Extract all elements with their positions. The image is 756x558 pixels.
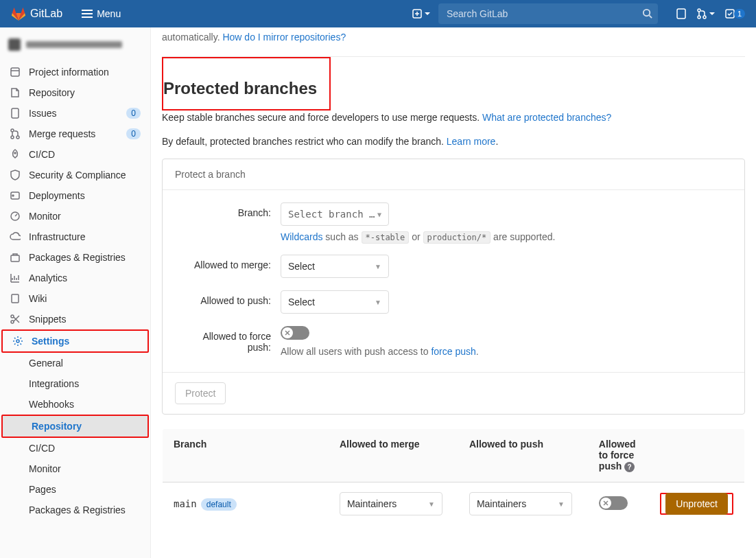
svg-rect-15: [12, 108, 19, 118]
nav-label: Security & Compliance: [29, 170, 126, 181]
force-push-link[interactable]: force push: [431, 346, 475, 357]
nav-label: Infrastructure: [29, 231, 85, 242]
create-dropdown[interactable]: [412, 9, 430, 19]
plus-icon: [412, 9, 422, 19]
mirror-link[interactable]: How do I mirror repositories?: [222, 32, 346, 43]
package-icon: [10, 252, 21, 263]
row-merge-select[interactable]: Maintainers▼: [340, 492, 442, 515]
sidebar-item-project-info[interactable]: Project information: [0, 62, 150, 82]
sidebar-sub-pages[interactable]: Pages: [0, 479, 150, 500]
sidebar-item-monitor[interactable]: Monitor: [0, 206, 150, 226]
branch-name: main: [174, 498, 197, 509]
card-header: Protect a branch: [163, 159, 744, 190]
sidebar-item-settings[interactable]: Settings: [3, 331, 147, 351]
learn-more-link[interactable]: Learn more: [447, 136, 496, 147]
nav-label: Monitor: [29, 211, 61, 222]
x-icon: [603, 500, 609, 506]
sidebar-sub-monitor[interactable]: Monitor: [0, 458, 150, 479]
nav-label: Settings: [32, 336, 69, 347]
unprotect-button[interactable]: Unprotect: [665, 493, 728, 515]
help-icon[interactable]: ?: [624, 462, 635, 472]
prev-section-tail: automatically. How do I mirror repositor…: [162, 27, 745, 57]
svg-point-16: [11, 129, 14, 132]
svg-line-7: [649, 15, 652, 18]
nav-label: Repository: [29, 87, 75, 98]
nav-label: Integrations: [29, 378, 79, 389]
row-push-select[interactable]: Maintainers▼: [469, 492, 572, 515]
svg-rect-0: [82, 10, 93, 11]
toggle-knob: [600, 498, 611, 509]
svg-point-10: [698, 16, 700, 19]
sidebar-sub-repository[interactable]: Repository: [3, 416, 147, 437]
project-header-blurred[interactable]: [8, 36, 142, 54]
nav-label: Project information: [29, 67, 109, 78]
chevron-down-icon: [425, 11, 430, 16]
protected-branches-link[interactable]: What are protected branches?: [482, 112, 611, 123]
rocket-icon: [10, 149, 21, 160]
shield-icon: [10, 170, 21, 181]
chart-icon: [10, 272, 21, 283]
sidebar-sub-general[interactable]: General: [0, 353, 150, 373]
scissors-icon: [10, 314, 21, 325]
nav-label: General: [29, 358, 63, 369]
allowed-merge-select[interactable]: Select▼: [281, 255, 389, 278]
default-badge: default: [201, 498, 237, 511]
sidebar-item-deployments[interactable]: Deployments: [0, 185, 150, 206]
merge-requests-link[interactable]: [696, 8, 715, 19]
nav-label: Packages & Registries: [29, 504, 126, 515]
gitlab-logo[interactable]: GitLab: [11, 6, 62, 21]
sidebar-sub-packages[interactable]: Packages & Registries: [0, 500, 150, 520]
force-push-toggle[interactable]: [281, 326, 309, 340]
chevron-down-icon: [709, 11, 715, 16]
todos-link[interactable]: 1: [724, 8, 745, 19]
issues-link[interactable]: [676, 8, 687, 19]
section-title: Protected branches: [163, 79, 317, 98]
issues-icon: [676, 8, 687, 19]
sidebar-item-cicd[interactable]: CI/CD: [0, 144, 150, 165]
svg-point-25: [11, 321, 14, 323]
gear-icon: [12, 336, 23, 347]
force-push-hint: Allow all users with push access to forc…: [281, 346, 479, 357]
svg-point-18: [16, 136, 19, 139]
svg-point-27: [16, 340, 19, 342]
sidebar-item-wiki[interactable]: Wiki: [0, 288, 150, 309]
branch-label: Branch:: [179, 202, 271, 242]
sidebar-sub-webhooks[interactable]: Webhooks: [0, 394, 150, 415]
sidebar-item-infrastructure[interactable]: Infrastructure: [0, 226, 150, 247]
sidebar-sub-cicd[interactable]: CI/CD: [0, 438, 150, 458]
allowed-push-select[interactable]: Select▼: [281, 290, 389, 314]
nav-label: Issues: [29, 108, 56, 119]
sidebar-item-issues[interactable]: Issues0: [0, 103, 150, 124]
chevron-down-icon: ▼: [558, 500, 565, 508]
wildcards-link[interactable]: Wildcards: [281, 231, 322, 242]
sidebar-item-packages[interactable]: Packages & Registries: [0, 247, 150, 268]
protect-button[interactable]: Protect: [175, 382, 226, 404]
svg-point-17: [11, 136, 14, 139]
sidebar-item-security[interactable]: Security & Compliance: [0, 165, 150, 185]
search-icon[interactable]: [642, 8, 652, 19]
sidebar-item-merge-requests[interactable]: Merge requests0: [0, 124, 150, 144]
row-force-toggle[interactable]: [599, 496, 628, 510]
count-badge: 0: [126, 128, 141, 139]
sidebar-sub-integrations[interactable]: Integrations: [0, 373, 150, 394]
search-input[interactable]: [438, 3, 658, 24]
sidebar-item-repository[interactable]: Repository: [0, 82, 150, 103]
branch-select[interactable]: Select branch …▼: [281, 202, 389, 226]
deploy-icon: [10, 190, 21, 201]
hamburger-icon: [82, 8, 93, 19]
svg-point-11: [703, 16, 706, 19]
cloud-icon: [10, 231, 21, 242]
nav-label: Repository: [32, 421, 82, 432]
menu-button[interactable]: Menu: [82, 8, 121, 19]
nav-label: Packages & Registries: [29, 252, 126, 263]
nav-label: CI/CD: [29, 443, 55, 454]
merge-icon: [10, 128, 21, 139]
svg-rect-13: [11, 68, 19, 76]
svg-point-6: [643, 10, 650, 16]
nav-label: Analytics: [29, 272, 67, 283]
issues-icon: [10, 108, 21, 119]
main-content: automatically. How do I mirror repositor…: [151, 27, 756, 558]
sidebar-item-snippets[interactable]: Snippets: [0, 309, 150, 329]
sidebar-item-analytics[interactable]: Analytics: [0, 268, 150, 288]
nav-label: Pages: [29, 484, 56, 495]
